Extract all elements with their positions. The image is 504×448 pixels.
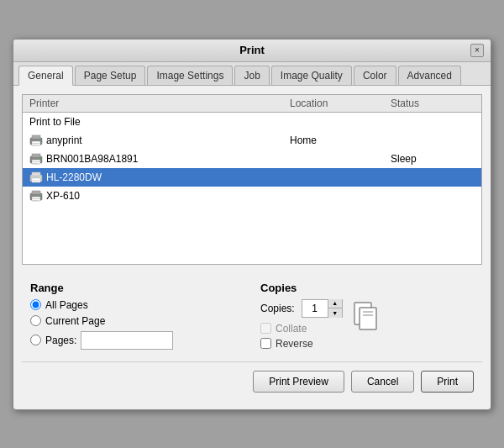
svg-rect-21 xyxy=(33,198,39,199)
printer-name-cell: Print to File xyxy=(29,116,290,128)
svg-point-5 xyxy=(39,139,41,140)
printer-icon xyxy=(29,190,43,202)
printer-name: XP-610 xyxy=(46,190,80,202)
svg-rect-16 xyxy=(33,182,38,182)
printer-name: HL-2280DW xyxy=(46,171,102,183)
printer-table-header: Printer Location Status xyxy=(23,95,481,113)
range-title: Range xyxy=(30,282,244,294)
pages-input[interactable] xyxy=(81,331,173,350)
printer-row[interactable]: Print to File xyxy=(23,113,481,131)
cancel-button[interactable]: Cancel xyxy=(351,371,414,393)
copies-input[interactable] xyxy=(302,303,328,314)
printer-row[interactable]: BRN001BA98A1891 Sleep xyxy=(23,150,481,168)
pages-label: Pages: xyxy=(45,335,76,346)
dialog-title: Print xyxy=(34,44,470,56)
col-status: Status xyxy=(391,98,475,109)
printer-list-container: Printer Location Status Print to File xyxy=(22,94,482,265)
copies-section: Copies Copies: ▲ ▼ xyxy=(260,282,474,353)
reverse-label: Reverse xyxy=(276,338,313,350)
reverse-checkbox[interactable] xyxy=(260,338,271,349)
printer-name-cell: HL-2280DW xyxy=(29,171,290,183)
printer-row-selected[interactable]: HL-2280DW xyxy=(23,168,481,187)
pages-row: Pages: xyxy=(30,331,244,350)
footer: Print Preview Cancel Print xyxy=(22,361,482,401)
tab-general[interactable]: General xyxy=(18,66,73,86)
collate-label: Collate xyxy=(276,323,307,335)
col-printer: Printer xyxy=(29,98,290,109)
collate-row: Collate xyxy=(260,323,343,335)
tab-content: Printer Location Status Print to File xyxy=(13,86,491,409)
copies-row: Copies: ▲ ▼ xyxy=(260,299,343,318)
svg-rect-10 xyxy=(33,163,38,164)
printer-icon xyxy=(29,153,43,165)
printer-status: Sleep xyxy=(391,153,475,165)
copies-input-wrap: ▲ ▼ xyxy=(302,299,343,318)
title-bar: Print × xyxy=(13,40,491,62)
print-preview-button[interactable]: Print Preview xyxy=(253,371,344,393)
printer-name-cell: anyprint xyxy=(29,134,290,146)
current-page-label: Current Page xyxy=(45,315,105,327)
tab-image-settings[interactable]: Image Settings xyxy=(147,66,233,85)
collate-checkbox[interactable] xyxy=(260,323,271,334)
print-button[interactable]: Print xyxy=(421,371,474,393)
svg-rect-3 xyxy=(33,143,39,144)
printer-icon xyxy=(29,134,43,146)
svg-point-17 xyxy=(39,176,41,177)
printer-list: Print to File xyxy=(23,113,481,264)
copies-spinner: ▲ ▼ xyxy=(328,299,342,318)
copies-decrement[interactable]: ▼ xyxy=(328,308,342,318)
printer-name: Print to File xyxy=(29,116,81,128)
tab-page-setup[interactable]: Page Setup xyxy=(75,66,146,85)
current-page-row: Current Page xyxy=(30,315,244,327)
tab-color[interactable]: Color xyxy=(354,66,396,85)
copies-increment[interactable]: ▲ xyxy=(328,299,342,308)
copies-label: Copies: xyxy=(260,303,295,314)
range-section: Range All Pages Current Page Pages: xyxy=(30,282,244,353)
all-pages-label: All Pages xyxy=(45,299,88,311)
close-button[interactable]: × xyxy=(470,44,484,57)
copies-right: Copies: ▲ ▼ Collate xyxy=(260,299,474,353)
current-page-radio[interactable] xyxy=(30,315,41,326)
printer-location: Home xyxy=(290,134,391,146)
tab-advanced[interactable]: Advanced xyxy=(398,66,461,85)
range-radio-group: All Pages Current Page Pages: xyxy=(30,299,244,350)
bottom-section: Range All Pages Current Page Pages: xyxy=(22,273,482,357)
pages-radio[interactable] xyxy=(30,335,41,345)
svg-rect-15 xyxy=(33,180,39,181)
all-pages-radio[interactable] xyxy=(30,299,41,310)
svg-rect-25 xyxy=(360,308,376,329)
collate-icon xyxy=(351,301,381,331)
svg-point-11 xyxy=(39,157,41,159)
svg-rect-13 xyxy=(32,172,40,176)
printer-row[interactable]: anyprint Home xyxy=(23,131,481,150)
tab-image-quality[interactable]: Image Quality xyxy=(271,66,352,85)
svg-rect-19 xyxy=(32,191,40,194)
all-pages-row: All Pages xyxy=(30,299,244,311)
tab-job[interactable]: Job xyxy=(234,66,269,85)
printer-name-cell: XP-610 xyxy=(29,190,290,202)
copies-title: Copies xyxy=(260,282,474,294)
printer-name: BRN001BA98A1891 xyxy=(46,153,138,165)
print-dialog: Print × General Page Setup Image Setting… xyxy=(13,39,491,410)
printer-row[interactable]: XP-610 xyxy=(23,187,481,205)
svg-rect-9 xyxy=(33,161,39,162)
reverse-row: Reverse xyxy=(260,338,343,350)
col-location: Location xyxy=(290,98,391,109)
printer-icon xyxy=(29,171,43,183)
printer-name-cell: BRN001BA98A1891 xyxy=(29,153,290,165)
tab-bar: General Page Setup Image Settings Job Im… xyxy=(13,62,491,86)
svg-rect-1 xyxy=(32,135,40,139)
printer-name: anyprint xyxy=(46,134,82,146)
svg-rect-22 xyxy=(33,200,38,201)
svg-rect-7 xyxy=(32,154,40,157)
svg-rect-4 xyxy=(33,145,38,145)
copies-controls: Copies: ▲ ▼ Collate xyxy=(260,299,343,353)
svg-point-23 xyxy=(39,194,41,196)
